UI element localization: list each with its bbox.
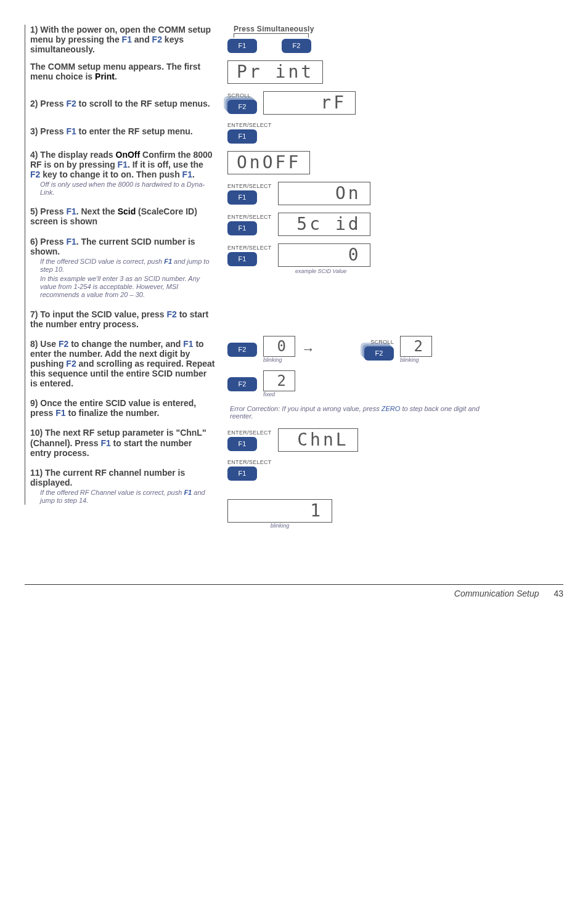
enter-select-chnl-row: ENTER/SELECT F1 ChnL: [227, 428, 563, 452]
display-print: Pr int: [227, 60, 323, 84]
text: 3) Press: [30, 126, 66, 136]
key-f1: F1: [122, 35, 132, 44]
arrow-right-icon: →: [301, 341, 315, 357]
key-f1: F1: [66, 237, 76, 247]
step-6: 6) Press F1. The current SCID number is …: [30, 237, 215, 300]
step4-note: Off is only used when the 8000 is hardwi…: [40, 181, 215, 197]
step-9: 9) Once the entire SCID value is entered…: [30, 398, 215, 418]
step-4: 4) The display reads OnOff Confirm the 8…: [30, 150, 215, 197]
enter-select-scid-row: ENTER/SELECT F1 5c id: [227, 213, 563, 236]
text: Error Correction: If you input a wrong v…: [230, 405, 382, 412]
display-digit-0: 0: [263, 336, 295, 357]
steps-column: 1) With the power on, open the COMM setu…: [25, 25, 215, 505]
f1-button[interactable]: F1: [227, 252, 257, 266]
f1-button[interactable]: F1: [227, 39, 257, 53]
blinking-note: blinking: [400, 357, 419, 363]
bracket-icon: [234, 33, 309, 38]
enter-select-label: ENTER/SELECT: [227, 214, 272, 220]
key-f2: F2: [30, 169, 40, 179]
scroll-rf-row: SCROLL F2 F2 F2 rF: [227, 91, 563, 115]
text: and: [134, 35, 152, 44]
text: to change the number, and: [68, 339, 183, 349]
display-chnl: ChnL: [278, 428, 358, 452]
enter-select-label: ENTER/SELECT: [227, 183, 272, 189]
fixed-digit-row: F2 2 fixed: [227, 370, 563, 397]
step-2: 2) Press F2 to scroll to the RF setup me…: [30, 99, 215, 108]
key-f1: F1: [100, 438, 110, 448]
text: to enter the RF setup menu.: [76, 126, 193, 136]
display-zero: 0: [278, 243, 370, 267]
text: to scroll to the RF setup menus.: [76, 99, 210, 108]
key-f2: F2: [59, 339, 68, 349]
key-f1: F1: [66, 206, 76, 216]
text: .: [192, 169, 195, 179]
step-10: 10) The next RF setup parameter is "ChnL…: [30, 428, 215, 457]
page-footer: Communication Setup 43: [25, 584, 563, 598]
key-f1: F1: [66, 126, 76, 136]
key-f1: F1: [182, 169, 192, 179]
text: . If it is off, use the: [128, 160, 203, 169]
text: 2) Press: [30, 99, 66, 108]
key-f2: F2: [66, 359, 76, 369]
display-rf: rF: [263, 91, 356, 115]
key-f1: F1: [184, 489, 192, 496]
f1-button[interactable]: F1: [227, 221, 257, 235]
key-f2: F2: [66, 99, 76, 108]
press-sim-label: Press Simultaneously: [234, 25, 563, 33]
display-on: On: [278, 182, 370, 205]
f2-button-stack[interactable]: F2 F2 F2: [227, 100, 257, 114]
step-5: 5) Press F1. Next the Scid (ScaleCore ID…: [30, 206, 215, 226]
step6-note1: If the offered SCID value is correct, pu…: [40, 258, 215, 274]
text: If the offered SCID value is correct, pu…: [40, 258, 164, 265]
blinking-note: blinking: [271, 523, 290, 529]
footer-section: Communication Setup: [454, 589, 539, 598]
f1-button[interactable]: F1: [227, 129, 257, 144]
display-one-row: 1 blinking: [227, 499, 563, 529]
f2-button[interactable]: F2: [227, 377, 257, 391]
display-digit-2: 2: [400, 336, 432, 357]
zero-key: ZERO: [382, 405, 401, 412]
example-scid-note: example SCID Value: [295, 268, 563, 274]
key-f2: F2: [166, 309, 176, 319]
enter-select-row-1: ENTER/SELECT F1: [227, 122, 563, 144]
display-onoff-row: OnOFF: [227, 151, 563, 174]
diagram-column: Press Simultaneously F1 F2 Pr int SCROLL…: [221, 25, 563, 529]
keyword-onoff: OnOff: [116, 150, 141, 160]
f1-button[interactable]: F1: [227, 190, 257, 205]
text: to finalize the number.: [66, 408, 160, 418]
f1-button[interactable]: F1: [227, 437, 257, 451]
step-3: 3) Press F1 to enter the RF setup menu.: [30, 126, 215, 136]
key-f1: F1: [183, 339, 193, 349]
enter-select-zero-row: ENTER/SELECT F1 0: [227, 243, 563, 267]
step-8: 8) Use F2 to change the number, and F1 t…: [30, 339, 215, 388]
keyword-print: Print: [95, 71, 115, 81]
display-scid: 5c id: [278, 213, 370, 236]
text: 7) To input the SCID value, press: [30, 309, 166, 319]
text: 4) The display reads: [30, 150, 116, 160]
step-11: 11) The current RF channel number is dis…: [30, 468, 215, 505]
text: 1) With the power on, open the COMM setu…: [30, 25, 211, 44]
text: key to change it to on. Then push: [40, 169, 182, 179]
fixed-note: fixed: [263, 391, 275, 397]
enter-select-label: ENTER/SELECT: [227, 430, 272, 436]
content-columns: 1) With the power on, open the COMM setu…: [25, 25, 563, 529]
key-f2: F2: [152, 35, 162, 44]
key-f1: F1: [55, 408, 65, 418]
text: 8) Use: [30, 339, 59, 349]
text: 11) The current RF channel number is dis…: [30, 468, 185, 487]
error-correction-note: Error Correction: If you input a wrong v…: [230, 405, 501, 420]
enter-select-label: ENTER/SELECT: [227, 122, 272, 128]
key-f1: F1: [118, 160, 128, 169]
text: .: [115, 71, 117, 81]
text: If the offered RF Channel value is corre…: [40, 489, 184, 496]
input-scid-row: F2 0 blinking → SCROLL F2 F2 F2 2 blinki…: [227, 336, 563, 363]
f1-button[interactable]: F1: [227, 467, 257, 481]
keyword-scid: Scid: [118, 206, 136, 216]
f2-button[interactable]: F2: [282, 39, 311, 53]
enter-select-label: ENTER/SELECT: [227, 459, 272, 465]
display-one: 1: [227, 499, 332, 523]
text: 5) Press: [30, 206, 66, 216]
display-print-row: Pr int: [227, 60, 563, 84]
f2-button[interactable]: F2: [227, 343, 257, 357]
f2-button-stack[interactable]: F2 F2 F2: [364, 346, 394, 361]
